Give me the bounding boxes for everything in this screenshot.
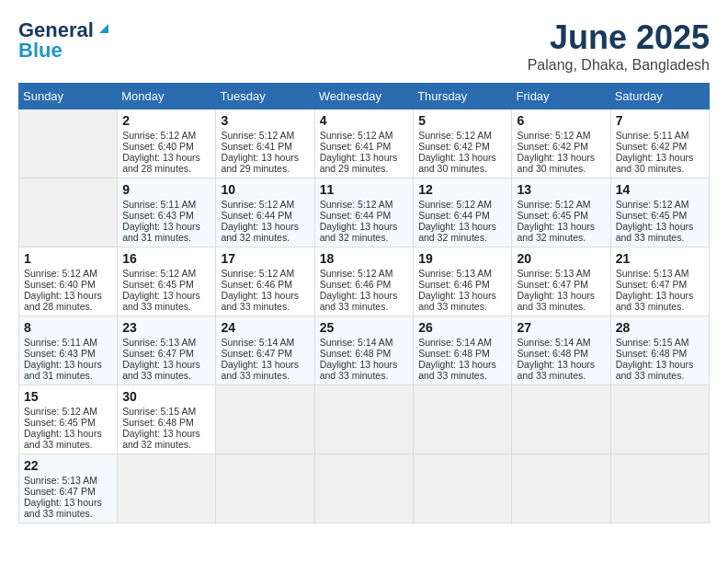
calendar-cell: 24 Sunrise: 5:14 AM Sunset: 6:47 PM Dayl… xyxy=(216,316,314,385)
calendar-cell: 13 Sunrise: 5:12 AM Sunset: 6:45 PM Dayl… xyxy=(512,178,610,247)
logo-arrow-icon xyxy=(96,20,112,37)
day-number: 24 xyxy=(221,320,309,335)
day-number: 23 xyxy=(122,320,210,335)
day-number: 28 xyxy=(616,320,704,335)
calendar-cell: 28 Sunrise: 5:15 AM Sunset: 6:48 PM Dayl… xyxy=(610,316,709,385)
calendar-cell xyxy=(314,454,414,523)
sunset-text: Sunset: 6:45 PM xyxy=(122,279,194,290)
sunrise-text: Sunrise: 5:12 AM xyxy=(418,199,492,210)
calendar-week-row: 8 Sunrise: 5:11 AM Sunset: 6:43 PM Dayli… xyxy=(19,316,710,385)
calendar-week-row: 15 Sunrise: 5:12 AM Sunset: 6:45 PM Dayl… xyxy=(19,385,710,454)
day-number: 5 xyxy=(418,113,506,128)
sunrise-text: Sunrise: 5:13 AM xyxy=(616,268,689,279)
sunrise-text: Sunrise: 5:12 AM xyxy=(517,199,590,210)
calendar-cell xyxy=(512,454,610,523)
day-number: 19 xyxy=(418,251,506,266)
daylight-text: Daylight: 13 hours and 33 minutes. xyxy=(221,290,299,312)
sunset-text: Sunset: 6:47 PM xyxy=(616,279,688,290)
sunrise-text: Sunrise: 5:12 AM xyxy=(616,199,689,210)
calendar-week-row: 1 Sunrise: 5:12 AM Sunset: 6:40 PM Dayli… xyxy=(19,247,710,316)
calendar-cell: 8 Sunrise: 5:11 AM Sunset: 6:43 PM Dayli… xyxy=(19,316,118,385)
sunset-text: Sunset: 6:48 PM xyxy=(517,348,588,359)
header-sunday: Sunday xyxy=(19,84,118,109)
calendar-cell: 9 Sunrise: 5:11 AM Sunset: 6:43 PM Dayli… xyxy=(118,178,216,247)
header-wednesday: Wednesday xyxy=(314,84,414,109)
calendar-cell: 3 Sunrise: 5:12 AM Sunset: 6:41 PM Dayli… xyxy=(216,109,314,178)
sunset-text: Sunset: 6:43 PM xyxy=(24,348,96,359)
calendar-cell: 11 Sunrise: 5:12 AM Sunset: 6:44 PM Dayl… xyxy=(314,178,414,247)
sunrise-text: Sunrise: 5:12 AM xyxy=(122,268,196,279)
sunrise-text: Sunrise: 5:15 AM xyxy=(122,406,196,417)
sunrise-text: Sunrise: 5:14 AM xyxy=(418,337,492,348)
daylight-text: Daylight: 13 hours and 30 minutes. xyxy=(418,152,496,174)
day-number: 27 xyxy=(517,320,605,335)
calendar-cell: 12 Sunrise: 5:12 AM Sunset: 6:44 PM Dayl… xyxy=(414,178,512,247)
day-number: 7 xyxy=(616,113,704,128)
daylight-text: Daylight: 13 hours and 32 minutes. xyxy=(122,428,200,450)
daylight-text: Daylight: 13 hours and 33 minutes. xyxy=(517,290,595,312)
sunrise-text: Sunrise: 5:11 AM xyxy=(24,337,97,348)
sunrise-text: Sunrise: 5:12 AM xyxy=(221,199,294,210)
sunset-text: Sunset: 6:45 PM xyxy=(24,417,96,428)
sunrise-text: Sunrise: 5:15 AM xyxy=(616,337,689,348)
daylight-text: Daylight: 13 hours and 30 minutes. xyxy=(616,152,694,174)
sunrise-text: Sunrise: 5:12 AM xyxy=(320,199,393,210)
day-number: 17 xyxy=(221,251,309,266)
daylight-text: Daylight: 13 hours and 29 minutes. xyxy=(320,152,398,174)
sunrise-text: Sunrise: 5:12 AM xyxy=(517,130,590,141)
calendar-cell xyxy=(216,385,314,454)
day-number: 30 xyxy=(122,389,210,404)
calendar-cell: 15 Sunrise: 5:12 AM Sunset: 6:45 PM Dayl… xyxy=(19,385,118,454)
day-number: 26 xyxy=(418,320,506,335)
calendar-cell: 5 Sunrise: 5:12 AM Sunset: 6:42 PM Dayli… xyxy=(414,109,512,178)
sunset-text: Sunset: 6:42 PM xyxy=(616,141,688,152)
sunrise-text: Sunrise: 5:11 AM xyxy=(616,130,689,141)
header-tuesday: Tuesday xyxy=(216,84,314,109)
day-number: 11 xyxy=(320,182,409,197)
calendar-cell: 18 Sunrise: 5:12 AM Sunset: 6:46 PM Dayl… xyxy=(314,247,414,316)
daylight-text: Daylight: 13 hours and 33 minutes. xyxy=(122,290,200,312)
sunrise-text: Sunrise: 5:12 AM xyxy=(122,130,196,141)
daylight-text: Daylight: 13 hours and 31 minutes. xyxy=(24,359,102,381)
location-subtitle: Palang, Dhaka, Bangladesh xyxy=(528,57,710,74)
day-number: 15 xyxy=(24,389,112,404)
header-friday: Friday xyxy=(512,84,610,109)
calendar-cell: 17 Sunrise: 5:12 AM Sunset: 6:46 PM Dayl… xyxy=(216,247,314,316)
day-number: 8 xyxy=(24,320,112,335)
daylight-text: Daylight: 13 hours and 33 minutes. xyxy=(616,359,694,381)
calendar-cell: 23 Sunrise: 5:13 AM Sunset: 6:47 PM Dayl… xyxy=(118,316,216,385)
logo-blue: Blue xyxy=(18,39,63,63)
svg-marker-0 xyxy=(99,24,108,33)
daylight-text: Daylight: 13 hours and 33 minutes. xyxy=(24,428,102,450)
calendar-cell: 1 Sunrise: 5:12 AM Sunset: 6:40 PM Dayli… xyxy=(19,247,118,316)
sunrise-text: Sunrise: 5:12 AM xyxy=(221,268,294,279)
calendar-cell xyxy=(118,454,216,523)
daylight-text: Daylight: 13 hours and 33 minutes. xyxy=(418,359,496,381)
sunset-text: Sunset: 6:46 PM xyxy=(418,279,490,290)
sunset-text: Sunset: 6:40 PM xyxy=(24,279,96,290)
daylight-text: Daylight: 13 hours and 29 minutes. xyxy=(221,152,299,174)
sunrise-text: Sunrise: 5:12 AM xyxy=(221,130,294,141)
calendar-week-row: 22 Sunrise: 5:13 AM Sunset: 6:47 PM Dayl… xyxy=(19,454,710,523)
calendar-week-row: 2 Sunrise: 5:12 AM Sunset: 6:40 PM Dayli… xyxy=(19,109,710,178)
day-number: 16 xyxy=(122,251,210,266)
sunset-text: Sunset: 6:40 PM xyxy=(122,141,194,152)
sunrise-text: Sunrise: 5:14 AM xyxy=(221,337,294,348)
month-title: June 2025 xyxy=(528,18,710,57)
day-number: 10 xyxy=(221,182,309,197)
calendar-cell: 21 Sunrise: 5:13 AM Sunset: 6:47 PM Dayl… xyxy=(610,247,709,316)
calendar-cell: 14 Sunrise: 5:12 AM Sunset: 6:45 PM Dayl… xyxy=(610,178,709,247)
sunset-text: Sunset: 6:43 PM xyxy=(122,210,194,221)
calendar-cell: 27 Sunrise: 5:14 AM Sunset: 6:48 PM Dayl… xyxy=(512,316,610,385)
header-saturday: Saturday xyxy=(610,84,709,109)
calendar-cell: 10 Sunrise: 5:12 AM Sunset: 6:44 PM Dayl… xyxy=(216,178,314,247)
daylight-text: Daylight: 13 hours and 33 minutes. xyxy=(24,497,102,519)
daylight-text: Daylight: 13 hours and 33 minutes. xyxy=(221,359,299,381)
calendar-cell xyxy=(19,178,118,247)
sunrise-text: Sunrise: 5:13 AM xyxy=(24,475,97,486)
logo: General Blue xyxy=(18,18,112,63)
daylight-text: Daylight: 13 hours and 28 minutes. xyxy=(24,290,102,312)
calendar-header-row: Sunday Monday Tuesday Wednesday Thursday… xyxy=(19,84,710,109)
sunrise-text: Sunrise: 5:12 AM xyxy=(418,130,492,141)
daylight-text: Daylight: 13 hours and 33 minutes. xyxy=(517,359,595,381)
